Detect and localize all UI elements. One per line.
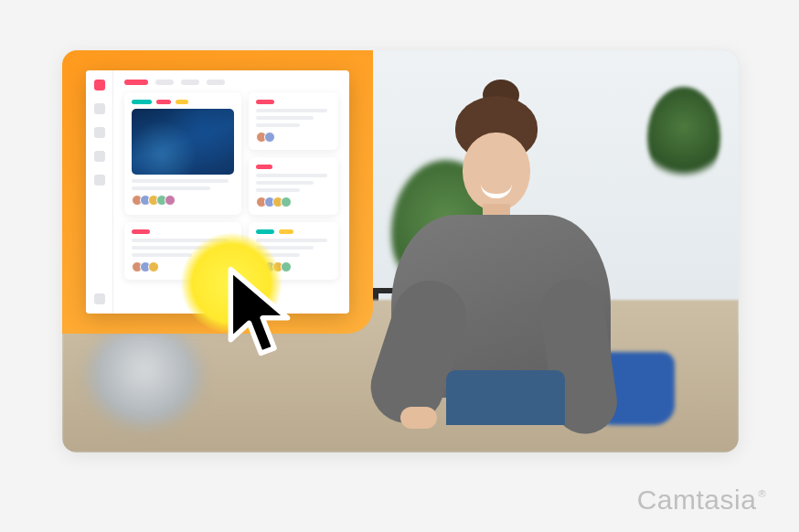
avatar <box>165 195 176 206</box>
tag-pill <box>256 229 274 234</box>
brand-watermark: Camtasia ® <box>637 484 766 516</box>
sidebar-item-mail[interactable] <box>94 175 105 186</box>
mug-foreground <box>90 325 199 425</box>
tag-pill <box>256 165 272 169</box>
card-tags <box>256 229 331 234</box>
sidebar-item-home[interactable] <box>94 103 105 114</box>
card-avatars <box>256 197 331 207</box>
registered-mark-icon: ® <box>758 488 766 499</box>
sidebar-item-files[interactable] <box>94 151 105 162</box>
tab-d[interactable] <box>207 80 225 85</box>
avatar <box>264 132 275 143</box>
card-small-b[interactable] <box>249 157 338 215</box>
tag-pill <box>156 100 171 104</box>
card-tags <box>132 229 234 234</box>
plant-decor-small <box>647 87 720 187</box>
tag-pill <box>132 229 150 234</box>
brand-name: Camtasia <box>637 484 757 516</box>
card-tags <box>256 165 331 169</box>
card-text-lines <box>256 109 331 127</box>
app-sidebar <box>86 70 113 314</box>
card-feature[interactable] <box>124 92 241 215</box>
card-thumbnail <box>132 109 234 175</box>
sidebar-item-logo[interactable] <box>94 80 105 90</box>
tab-bar <box>124 80 338 85</box>
avatar <box>148 261 159 272</box>
tag-pill <box>176 100 188 104</box>
card-text-lines <box>256 174 331 192</box>
tab-c[interactable] <box>181 80 199 85</box>
tag-pill <box>256 100 274 104</box>
card-avatars <box>132 195 234 206</box>
tab-active[interactable] <box>124 80 148 85</box>
card-text-lines <box>132 179 234 190</box>
card-tags <box>256 100 331 104</box>
card-small-a[interactable] <box>249 92 338 150</box>
tag-pill <box>132 100 152 104</box>
card-avatars <box>256 132 331 143</box>
tag-pill <box>279 229 293 234</box>
tab-b[interactable] <box>155 80 174 85</box>
avatar <box>281 197 292 207</box>
card-tags <box>132 100 234 104</box>
sidebar-item-projects[interactable] <box>94 127 105 138</box>
hero-image <box>62 50 739 452</box>
sidebar-item-settings[interactable] <box>94 293 105 304</box>
person <box>355 96 629 425</box>
cursor-arrow-icon <box>223 266 305 367</box>
